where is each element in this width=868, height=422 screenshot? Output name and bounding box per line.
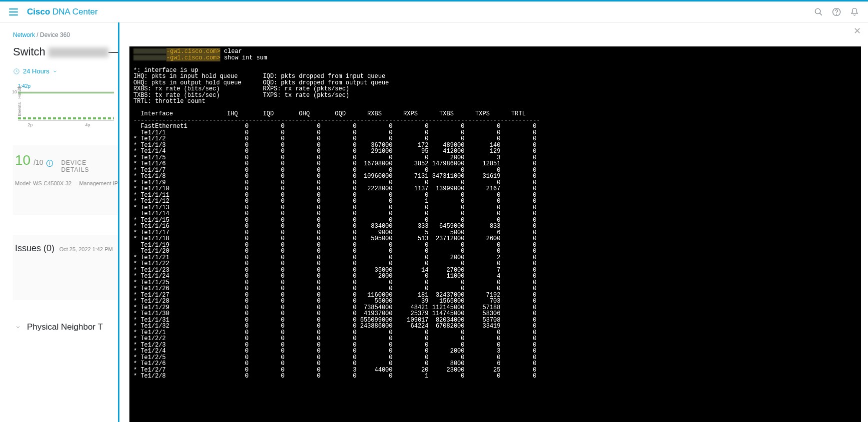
info-icon[interactable]: i [46, 160, 53, 167]
issues-section: Issues (0) Oct 25, 2022 1:42 PM [13, 235, 118, 300]
health-chart[interactable]: 1:42p Events Health 10 2p 4p [13, 83, 118, 128]
issues-title: Issues (0) [15, 243, 54, 253]
health-score: 10 [15, 152, 30, 168]
left-panel: Network / Device 360 Switch — 24 Hours 1… [0, 22, 118, 422]
svg-point-3 [837, 14, 837, 14]
page-title: Switch — [13, 45, 118, 58]
device-details-card: 10 /10 i DEVICE DETAILS Model: WS-C4500X… [13, 145, 118, 215]
breadcrumb: Network / Device 360 [13, 31, 118, 38]
hamburger-icon[interactable] [9, 8, 18, 15]
svg-point-0 [815, 8, 821, 14]
chevron-down-icon [15, 324, 21, 330]
breadcrumb-link-network[interactable]: Network [13, 31, 35, 38]
device-model: WS-C4500X-32 [33, 180, 71, 186]
terminal-panel: ✕ -gw1.cisco.com> clear -gw1.cisco.com> … [118, 22, 868, 422]
time-range-selector[interactable]: 24 Hours [13, 67, 57, 75]
chevron-down-icon [52, 69, 57, 74]
search-icon[interactable] [814, 7, 823, 16]
bell-icon[interactable] [850, 7, 859, 16]
physical-neighbor-section[interactable]: Physical Neighbor T [13, 317, 118, 337]
breadcrumb-current: Device 360 [40, 31, 70, 38]
chart-events-line [18, 117, 114, 119]
redacted-host [48, 47, 108, 57]
top-bar: Cisco DNA Center [0, 0, 868, 22]
brand-title: Cisco DNA Center [27, 7, 98, 17]
terminal-output[interactable]: -gw1.cisco.com> clear -gw1.cisco.com> sh… [129, 46, 861, 422]
close-icon[interactable]: ✕ [854, 25, 861, 36]
clock-icon [13, 68, 20, 75]
svg-line-1 [820, 13, 822, 15]
device-details-label: DEVICE DETAILS [61, 159, 116, 173]
chart-health-line [18, 92, 114, 93]
help-icon[interactable] [832, 7, 841, 16]
issues-timestamp: Oct 25, 2022 1:42 PM [59, 246, 113, 252]
